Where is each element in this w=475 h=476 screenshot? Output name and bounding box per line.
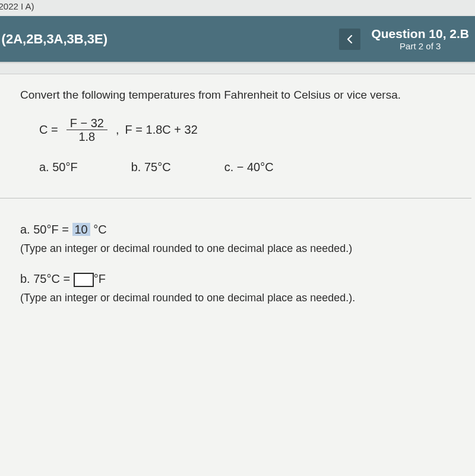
part-b: b. 75°C [131, 159, 171, 175]
fraction-denominator: 1.8 [75, 130, 99, 143]
prev-question-button[interactable] [339, 29, 360, 50]
question-prompt: Convert the following temperatures from … [20, 87, 471, 103]
answer-b-prefix: b. 75°C = [20, 272, 74, 285]
question-part: Part 2 of 3 [371, 41, 469, 51]
answer-b-hint: (Type an integer or decimal rounded to o… [20, 291, 471, 305]
answer-a-line: a. 50°F = 10 °C [20, 221, 471, 238]
assignment-title: vork (2A,2B,3A,3B,3E) [0, 31, 107, 47]
conversion-formulas: C = F − 32 1.8 , F = 1.8C + 32 [39, 116, 471, 143]
answer-a-value: 10 [72, 223, 90, 236]
part-a: a. 50°F [39, 159, 78, 175]
f-equals: F = 1.8C + 32 [125, 121, 198, 138]
page-top-peek: racy (2022 I A) [0, 0, 475, 16]
question-header: vork (2A,2B,3A,3B,3E) Question 10, 2.B P… [0, 16, 475, 62]
fraction-numerator: F − 32 [66, 116, 107, 130]
answer-a-hint: (Type an integer or decimal rounded to o… [20, 241, 471, 256]
question-content: Convert the following temperatures from … [0, 74, 475, 476]
c-equals: C = [39, 121, 58, 138]
section-divider [0, 198, 471, 198]
answer-b-suffix: °F [94, 272, 106, 285]
problem-parts: a. 50°F b. 75°C c. − 40°C [39, 159, 471, 175]
formula-comma: , [116, 121, 119, 138]
chevron-left-icon [347, 35, 353, 43]
fraction: F − 32 1.8 [66, 116, 107, 143]
answer-a-suffix: °C [90, 223, 107, 236]
answer-a-prefix: a. 50°F = [20, 223, 72, 236]
answer-b-line: b. 75°C = °F [20, 270, 471, 287]
answer-b-input[interactable] [74, 273, 94, 287]
question-number: Question 10, 2.B [371, 27, 469, 41]
part-c: c. − 40°C [224, 159, 274, 175]
